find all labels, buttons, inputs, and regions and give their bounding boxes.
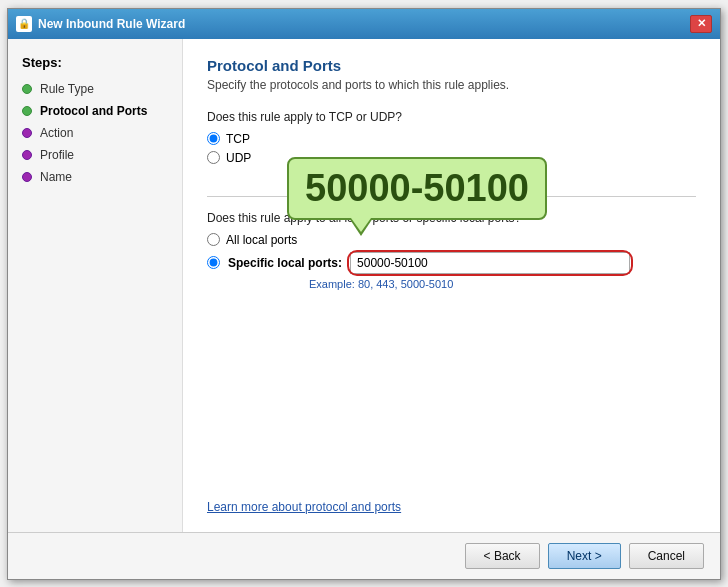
ports-group: All local ports 50000-50100 Specific loc… bbox=[207, 233, 696, 290]
window-title: New Inbound Rule Wizard bbox=[38, 17, 684, 31]
sidebar-item-label: Action bbox=[40, 126, 73, 140]
section-title: Protocol and Ports bbox=[207, 57, 696, 74]
back-button[interactable]: < Back bbox=[465, 543, 540, 569]
sidebar: Steps: Rule Type Protocol and Ports Acti… bbox=[8, 39, 183, 532]
sidebar-item-action[interactable]: Action bbox=[8, 122, 182, 144]
sidebar-item-label: Protocol and Ports bbox=[40, 104, 147, 118]
close-button[interactable]: ✕ bbox=[690, 15, 712, 33]
tcp-label[interactable]: TCP bbox=[226, 132, 250, 146]
window-controls: ✕ bbox=[690, 15, 712, 33]
udp-radio[interactable] bbox=[207, 151, 220, 164]
port-input[interactable] bbox=[350, 252, 630, 274]
tcp-udp-question: Does this rule apply to TCP or UDP? bbox=[207, 110, 696, 124]
sidebar-item-profile[interactable]: Profile bbox=[8, 144, 182, 166]
example-text: Example: 80, 443, 5000-5010 bbox=[309, 278, 696, 290]
footer: < Back Next > Cancel bbox=[8, 532, 720, 579]
steps-label: Steps: bbox=[8, 55, 182, 78]
step-pending-icon bbox=[22, 172, 32, 182]
sidebar-item-rule-type[interactable]: Rule Type bbox=[8, 78, 182, 100]
step-active-icon bbox=[22, 106, 32, 116]
wizard-window: 🔒 New Inbound Rule Wizard ✕ Steps: Rule … bbox=[7, 8, 721, 580]
step-pending-icon bbox=[22, 128, 32, 138]
step-done-icon bbox=[22, 84, 32, 94]
window-body: Steps: Rule Type Protocol and Ports Acti… bbox=[8, 39, 720, 532]
tcp-radio-row: TCP bbox=[207, 132, 696, 146]
udp-label[interactable]: UDP bbox=[226, 151, 251, 165]
cancel-button[interactable]: Cancel bbox=[629, 543, 704, 569]
section-subtitle: Specify the protocols and ports to which… bbox=[207, 78, 696, 92]
sidebar-item-protocol-ports[interactable]: Protocol and Ports bbox=[8, 100, 182, 122]
all-ports-label[interactable]: All local ports bbox=[226, 233, 297, 247]
specific-ports-label[interactable]: Specific local ports: bbox=[228, 256, 342, 270]
all-ports-radio[interactable] bbox=[207, 233, 220, 246]
specific-ports-radio[interactable] bbox=[207, 256, 220, 269]
next-button[interactable]: Next > bbox=[548, 543, 621, 569]
sidebar-item-label: Profile bbox=[40, 148, 74, 162]
all-ports-radio-row: All local ports bbox=[207, 233, 696, 247]
sidebar-item-label: Name bbox=[40, 170, 72, 184]
example-link[interactable]: 5000-5010 bbox=[401, 278, 454, 290]
step-pending-icon bbox=[22, 150, 32, 160]
sidebar-item-label: Rule Type bbox=[40, 82, 94, 96]
specific-ports-section: 50000-50100 Specific local ports: Exampl… bbox=[207, 252, 696, 290]
main-content: Protocol and Ports Specify the protocols… bbox=[183, 39, 720, 532]
port-input-wrapper bbox=[350, 252, 630, 274]
sidebar-item-name[interactable]: Name bbox=[8, 166, 182, 188]
specific-ports-row: Specific local ports: bbox=[207, 252, 696, 274]
tcp-radio[interactable] bbox=[207, 132, 220, 145]
callout-bubble: 50000-50100 bbox=[287, 157, 547, 220]
learn-more-link[interactable]: Learn more about protocol and ports bbox=[207, 500, 696, 514]
title-bar: 🔒 New Inbound Rule Wizard ✕ bbox=[8, 9, 720, 39]
window-icon: 🔒 bbox=[16, 16, 32, 32]
example-prefix: Example: 80, 443, bbox=[309, 278, 401, 290]
